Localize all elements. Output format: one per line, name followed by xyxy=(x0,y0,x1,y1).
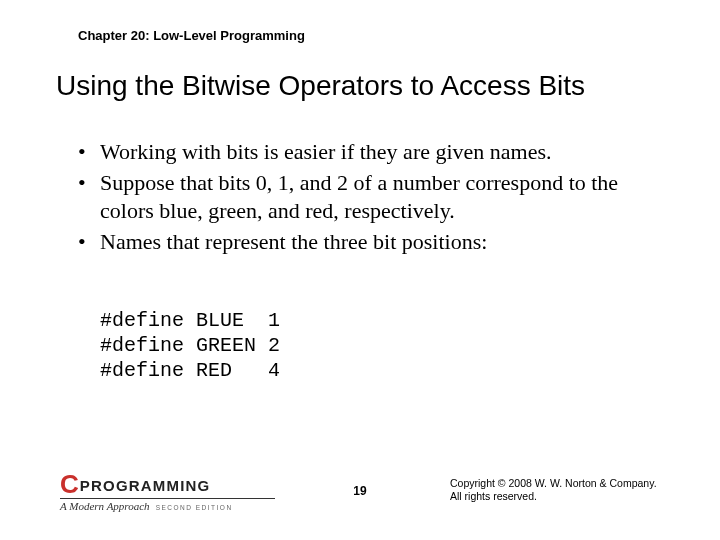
chapter-label: Chapter 20: Low-Level Programming xyxy=(78,28,305,43)
logo-edition: SECOND EDITION xyxy=(156,504,233,511)
logo-subtitle: A Modern Approach xyxy=(60,500,150,512)
footer: C PROGRAMMING A Modern Approach SECOND E… xyxy=(0,464,720,512)
copyright-line: Copyright © 2008 W. W. Norton & Company. xyxy=(450,477,660,491)
logo-word: PROGRAMMING xyxy=(80,478,211,493)
bullet-item: Names that represent the three bit posit… xyxy=(78,228,660,257)
copyright-line: All rights reserved. xyxy=(450,490,660,504)
slide-title: Using the Bitwise Operators to Access Bi… xyxy=(56,70,585,102)
bullet-item: Suppose that bits 0, 1, and 2 of a numbe… xyxy=(78,169,660,226)
logo-c-letter: C xyxy=(60,471,78,497)
code-block: #define BLUE 1 #define GREEN 2 #define R… xyxy=(100,308,280,383)
book-logo: C PROGRAMMING A Modern Approach SECOND E… xyxy=(60,471,275,512)
bullet-list: Working with bits is easier if they are … xyxy=(78,138,660,258)
bullet-item: Working with bits is easier if they are … xyxy=(78,138,660,167)
copyright: Copyright © 2008 W. W. Norton & Company.… xyxy=(450,477,660,504)
page-number: 19 xyxy=(353,484,366,498)
